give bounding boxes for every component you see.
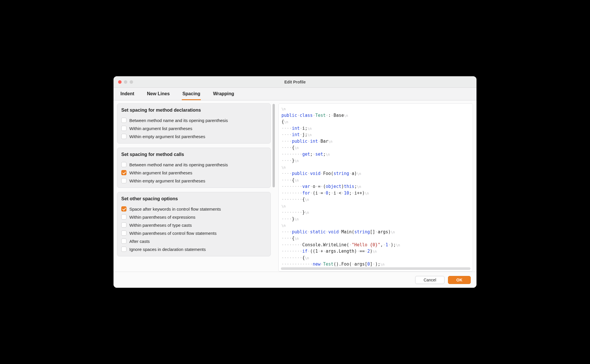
tab-bar: IndentNew LinesSpacingWrapping xyxy=(114,88,476,100)
option-row[interactable]: Between method name and its opening pare… xyxy=(121,161,266,169)
option-label: Space after keywords in control flow sta… xyxy=(129,207,221,211)
option-group: Set spacing for method declarationsBetwe… xyxy=(117,103,271,144)
content-area: Set spacing for method declarationsBetwe… xyxy=(114,100,476,272)
option-label: Within empty argument list parentheses xyxy=(129,178,205,183)
group-title: Set spacing for method calls xyxy=(121,152,266,157)
code-preview: \npublic·class·Test·:·Base\n{\n····int·i… xyxy=(278,103,473,272)
group-title: Set other spacing options xyxy=(121,196,266,201)
option-label: After casts xyxy=(129,239,150,244)
minimize-window-icon[interactable] xyxy=(124,80,127,84)
option-row[interactable]: Within empty argument list parentheses xyxy=(121,177,266,185)
option-label: Between method name and its opening pare… xyxy=(129,162,228,167)
option-label: Within empty argument list parentheses xyxy=(129,134,205,139)
option-group: Set spacing for method callsBetween meth… xyxy=(117,148,271,188)
option-label: Within argument list parentheses xyxy=(129,170,192,175)
checkbox[interactable] xyxy=(121,170,126,175)
preview-pane: \npublic·class·Test·:·Base\n{\n····int·i… xyxy=(278,103,473,272)
option-label: Within parentheses of control flow state… xyxy=(129,231,217,236)
option-row[interactable]: Within parentheses of expressions xyxy=(121,213,266,221)
option-label: Within parentheses of expressions xyxy=(129,215,195,220)
option-label: Between method name and its opening pare… xyxy=(129,118,228,123)
checkbox[interactable] xyxy=(121,222,126,228)
window-controls xyxy=(118,80,133,84)
edit-profile-window: Edit Profile IndentNew LinesSpacingWrapp… xyxy=(114,76,476,288)
option-row[interactable]: Between method name and its opening pare… xyxy=(121,116,266,124)
option-row[interactable]: After casts xyxy=(121,237,266,245)
option-row[interactable]: Within empty argument list parentheses xyxy=(121,132,266,140)
checkbox[interactable] xyxy=(121,162,126,167)
window-title: Edit Profile xyxy=(114,80,476,84)
group-title: Set spacing for method declarations xyxy=(121,108,266,113)
tab-spacing[interactable]: Spacing xyxy=(182,88,201,100)
options-pane: Set spacing for method declarationsBetwe… xyxy=(117,103,275,272)
option-label: Ignore spaces in declaration statements xyxy=(129,247,206,252)
checkbox[interactable] xyxy=(121,239,126,244)
options-scrollbar[interactable] xyxy=(273,104,275,187)
checkbox[interactable] xyxy=(121,134,126,139)
option-row[interactable]: Within argument list parentheses xyxy=(121,169,266,177)
option-label: Within argument list parentheses xyxy=(129,126,192,131)
option-group: Set other spacing optionsSpace after key… xyxy=(117,192,271,256)
option-row[interactable]: Within parentheses of control flow state… xyxy=(121,229,266,237)
option-row[interactable]: Space after keywords in control flow sta… xyxy=(121,205,266,213)
checkbox[interactable] xyxy=(121,178,126,183)
ok-button[interactable]: OK xyxy=(448,276,471,284)
checkbox[interactable] xyxy=(121,118,126,123)
option-row[interactable]: Within argument list parentheses xyxy=(121,124,266,132)
option-label: Within parentheses of type casts xyxy=(129,223,192,228)
checkbox[interactable] xyxy=(121,214,126,220)
checkbox[interactable] xyxy=(121,247,126,252)
option-row[interactable]: Within parentheses of type casts xyxy=(121,221,266,229)
cancel-button[interactable]: Cancel xyxy=(415,276,445,284)
checkbox[interactable] xyxy=(121,126,126,131)
tab-wrapping[interactable]: Wrapping xyxy=(212,88,235,100)
option-row[interactable]: Ignore spaces in declaration statements xyxy=(121,245,266,253)
preview-horizontal-scrollbar[interactable] xyxy=(281,267,470,270)
zoom-window-icon[interactable] xyxy=(130,80,133,84)
tab-indent[interactable]: Indent xyxy=(120,88,135,100)
checkbox[interactable] xyxy=(121,230,126,236)
titlebar: Edit Profile xyxy=(114,76,476,88)
dialog-footer: Cancel OK xyxy=(114,272,476,288)
checkbox[interactable] xyxy=(121,206,126,211)
close-window-icon[interactable] xyxy=(118,80,122,84)
tab-new-lines[interactable]: New Lines xyxy=(146,88,170,100)
